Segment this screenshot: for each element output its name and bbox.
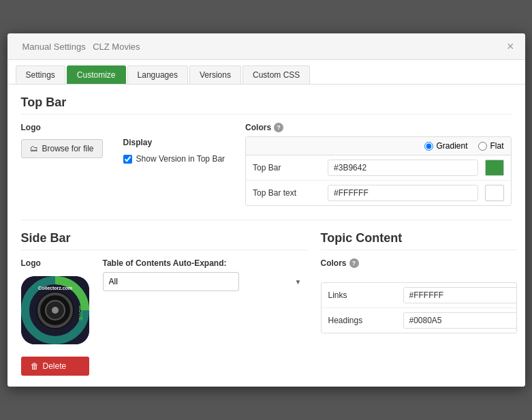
gradient-radio[interactable]: [424, 142, 433, 151]
gradient-label: Gradient: [436, 141, 467, 151]
sidebar-section-title: Side Bar: [21, 231, 307, 250]
svg-point-5: [52, 307, 59, 314]
tab-custom-css[interactable]: Custom CSS: [242, 65, 310, 84]
links-color-input[interactable]: [403, 287, 518, 303]
show-version-checkbox[interactable]: [123, 155, 132, 164]
flat-radio-label[interactable]: Flat: [478, 141, 503, 151]
logo-svg: Collectorz.com MOVIE: [21, 276, 89, 344]
links-label: Links: [328, 290, 396, 300]
tabs-bar: Settings Customize Languages Versions Cu…: [7, 60, 525, 85]
show-version-checkbox-label[interactable]: Show Version in Top Bar: [123, 154, 225, 164]
headings-color-input[interactable]: [403, 312, 518, 329]
top-bar-logo-label: Logo: [21, 123, 103, 132]
show-version-label: Show Version in Top Bar: [136, 154, 225, 164]
tab-customize[interactable]: Customize: [67, 65, 126, 84]
top-bar-colors-group: Colors ? Gradient Flat: [245, 123, 511, 206]
svg-text:Collectorz.com: Collectorz.com: [37, 286, 72, 290]
tab-versions[interactable]: Versions: [189, 65, 241, 84]
sidebar-left: Logo: [21, 258, 89, 376]
topic-section: Topic Content Colors ? Links Headings: [321, 231, 518, 376]
top-bar-logo-group: Logo 🗂 Browse for file: [21, 123, 103, 158]
toc-select-wrapper: All None First ▼: [103, 272, 307, 291]
sidebar-content: Logo: [21, 258, 307, 376]
toc-select[interactable]: All None First: [103, 272, 239, 291]
top-bar-colors-label: Colors ?: [245, 123, 511, 132]
toc-group: Table of Contents Auto-Expand: All None …: [103, 258, 307, 291]
colors-header: Gradient Flat: [246, 137, 510, 155]
sidebar-section: Side Bar Logo: [21, 231, 307, 376]
section-divider: [21, 220, 512, 220]
top-bar-text-label: Top Bar text: [253, 188, 321, 198]
topic-colors-table: Links Headings: [321, 282, 518, 333]
tab-languages[interactable]: Languages: [127, 65, 188, 84]
top-bar-text-swatch[interactable]: [485, 185, 504, 201]
modal: Manual Settings CLZ Movies × Settings Cu…: [7, 33, 525, 387]
top-bar-display-label: Display: [123, 138, 225, 147]
modal-subtitle: CLZ Movies: [93, 42, 140, 52]
topic-colors-label: Colors ?: [321, 258, 518, 268]
sidebar-logo-label: Logo: [21, 258, 89, 268]
headings-color-row: Headings: [322, 308, 517, 333]
browse-file-button[interactable]: 🗂 Browse for file: [21, 139, 103, 158]
delete-button[interactable]: 🗑 Delete: [21, 357, 89, 376]
topic-section-title: Topic Content: [321, 231, 518, 250]
tab-settings[interactable]: Settings: [16, 65, 65, 84]
modal-title-text: Manual Settings: [22, 42, 86, 52]
top-bar-label: Top Bar: [253, 163, 321, 172]
select-arrow-icon: ▼: [295, 278, 302, 286]
top-bar-color-row: Top Bar: [246, 155, 510, 181]
top-bar-color-input[interactable]: [328, 160, 478, 176]
links-color-row: Links: [322, 283, 517, 308]
delete-label: Delete: [43, 361, 67, 371]
headings-label: Headings: [328, 316, 396, 325]
browse-label: Browse for file: [42, 144, 94, 153]
top-bar-colors-table: Gradient Flat Top Bar Top Bar text: [245, 136, 511, 206]
toc-label: Table of Contents Auto-Expand:: [103, 258, 307, 268]
top-bar-row: Logo 🗂 Browse for file Display Show Vers…: [21, 123, 512, 206]
modal-title: Manual Settings CLZ Movies: [18, 40, 140, 52]
sidebar-logo: Collectorz.com MOVIE: [21, 276, 89, 344]
gradient-radio-label[interactable]: Gradient: [424, 141, 467, 151]
topic-colors-label-text: Colors: [321, 258, 347, 268]
topic-help-icon[interactable]: ?: [349, 258, 359, 268]
top-bar-text-color-input[interactable]: [328, 185, 478, 201]
help-icon[interactable]: ?: [274, 123, 283, 132]
bottom-section: Side Bar Logo: [21, 231, 512, 376]
modal-body: Top Bar Logo 🗂 Browse for file Display S…: [7, 85, 525, 387]
flat-radio[interactable]: [478, 142, 487, 151]
colors-label-text: Colors: [245, 123, 271, 132]
top-bar-section-title: Top Bar: [21, 95, 512, 115]
folder-icon: 🗂: [30, 144, 38, 153]
top-bar-text-color-row: Top Bar text: [246, 181, 510, 205]
top-bar-swatch[interactable]: [485, 160, 504, 176]
flat-label: Flat: [490, 141, 503, 151]
top-bar-display-group: Display Show Version in Top Bar: [123, 123, 225, 164]
modal-header: Manual Settings CLZ Movies ×: [7, 33, 525, 60]
trash-icon: 🗑: [31, 361, 39, 371]
close-button[interactable]: ×: [507, 40, 514, 52]
svg-text:MOVIE: MOVIE: [78, 305, 83, 321]
